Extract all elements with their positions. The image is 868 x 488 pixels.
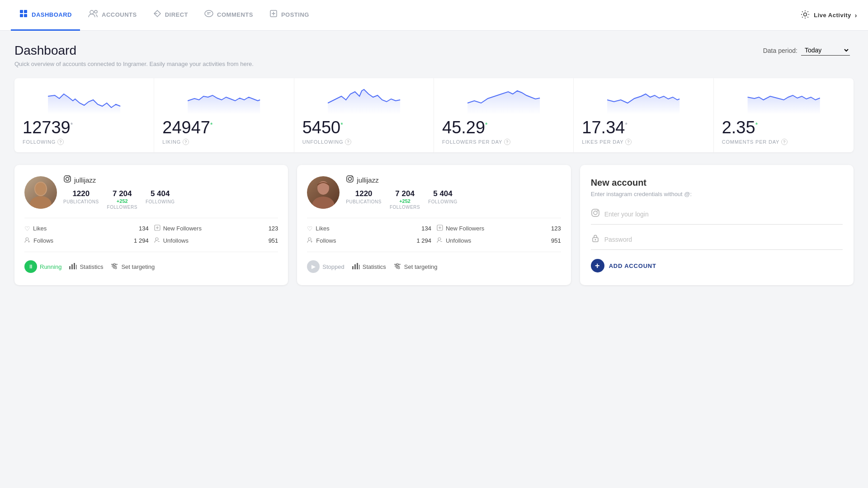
new-account-title: New account [591,178,843,188]
svg-point-25 [26,238,28,240]
svg-point-57 [398,267,400,269]
stat-likes-per-day: 17.34* Likes per Day ? [574,78,713,152]
main-content: Dashboard Quick overview of accounts con… [0,31,868,298]
comments-per-day-help[interactable]: ? [781,139,788,145]
svg-rect-51 [359,265,360,269]
unfollowing-help[interactable]: ? [345,139,351,145]
avatar-0 [24,176,57,209]
svg-rect-28 [71,264,73,269]
card-actions-divider-0 [24,252,278,252]
svg-rect-39 [307,176,340,209]
add-circle-icon: + [591,259,604,272]
nav-direct[interactable]: Direct [145,0,196,31]
follows-metric-1: Follows 1 294 [307,237,431,244]
svg-rect-50 [357,263,358,269]
statistics-btn-0[interactable]: Statistics [69,261,103,273]
svg-point-21 [69,177,70,178]
followers-stat-0: 7 204 +252 Followers [107,189,137,210]
svg-rect-27 [69,266,71,269]
accounts-row: jullijazz 1220 Publications 7 204 +252 F… [14,165,854,285]
follows-icon-0 [24,237,31,244]
unfollowing-value: 5450* [302,119,343,136]
following-stat-0: 5 404 Following [146,189,175,210]
nav-dashboard[interactable]: Dashboard [11,0,80,31]
avatar-1 [307,176,340,209]
svg-rect-49 [354,264,356,269]
svg-point-42 [352,177,353,178]
publications-stat-0: 1220 Publications [63,189,99,210]
stat-followers-per-day: 45.29* Followers per Day ? [434,78,574,152]
username-row-1: jullijazz [346,175,561,185]
account-card-1: jullijazz 1220 Publications 7 204 +252 F… [297,165,571,285]
nav-direct-label: Direct [165,11,188,18]
svg-rect-3 [24,14,27,17]
new-followers-icon-1 [437,225,443,232]
new-followers-metric-0: New Followers 123 [154,225,278,232]
svg-point-35 [112,265,114,267]
set-targeting-btn-0[interactable]: Set targeting [110,261,155,273]
page-subtitle: Quick overview of accounts connected to … [14,61,254,67]
account-stats-0: 1220 Publications 7 204 +252 Followers 5… [63,189,278,210]
comments-icon [204,9,213,20]
account-header-0: jullijazz 1220 Publications 7 204 +252 F… [24,175,278,210]
svg-point-41 [349,178,352,181]
data-period-select[interactable]: Today Yesterday Last 7 days Last 30 days [801,45,850,56]
password-input[interactable] [604,236,843,243]
nav-posting[interactable]: Posting [261,0,317,31]
svg-point-55 [396,263,398,265]
following-help[interactable]: ? [57,139,64,145]
followers-per-day-help[interactable]: ? [504,139,510,145]
login-input[interactable] [604,211,843,218]
account-stats-1: 1220 Publications 7 204 +252 Followers 5… [346,189,561,210]
stats-chart-icon-1 [352,263,360,271]
play-icon-1: ▶ [307,260,320,273]
data-period-selector[interactable]: Data period: Today Yesterday Last 7 days… [763,45,854,56]
new-followers-icon-0 [154,225,160,232]
follows-metric-0: Follows 1 294 [24,237,149,244]
account-username-1: jullijazz [357,176,378,184]
live-activity-label: Live Activity [814,12,851,19]
unfollows-metric-0: Unfollows 951 [154,237,278,244]
svg-point-59 [594,211,597,215]
targeting-icon-0 [110,263,118,271]
live-activity-btn[interactable]: Live Activity › [800,9,857,21]
followers-stat-1: 7 204 +252 Followers [390,189,420,210]
nav-dashboard-label: Dashboard [32,11,72,18]
likes-metric-0: ♡ Likes 134 [24,225,149,232]
gear-icon [800,9,810,21]
follows-icon-1 [307,237,313,244]
liking-label: Liking ? [162,139,189,145]
svg-point-20 [66,178,69,181]
statistics-btn-1[interactable]: Statistics [352,261,386,273]
svg-point-36 [115,267,117,269]
stats-chart-icon-0 [69,263,77,271]
likes-per-day-help[interactable]: ? [625,139,632,145]
heart-icon-0: ♡ [24,225,30,232]
liking-chart [162,87,285,114]
nav-comments[interactable]: Comments [196,0,261,31]
publications-stat-1: 1220 Publications [346,189,382,210]
account-info-0: jullijazz 1220 Publications 7 204 +252 F… [63,175,278,210]
svg-point-14 [804,13,807,16]
add-account-button[interactable]: + ADD ACCOUNT [591,259,656,272]
stat-comments-per-day: 2.35* Comments per Day ? [714,78,854,152]
svg-rect-48 [352,266,354,269]
svg-point-56 [395,265,397,267]
following-label: Following ? [23,139,64,145]
page-title: Dashboard [14,43,254,58]
main-nav: Dashboard Accounts Direct [0,0,868,31]
stopped-btn-1[interactable]: ▶ Stopped [307,258,344,275]
posting-icon [269,9,278,20]
page-header: Dashboard Quick overview of accounts con… [14,43,854,67]
instagram-icon-1 [346,175,354,185]
running-btn-0[interactable]: ⏸ Running [24,258,61,275]
stat-following: 12739* Following ? [14,78,154,152]
new-followers-metric-1: New Followers 123 [437,225,561,232]
targeting-icon-1 [393,263,401,271]
following-chart [23,87,146,114]
likes-metric-1: ♡ Likes 134 [307,225,431,232]
nav-accounts[interactable]: Accounts [80,0,145,31]
set-targeting-btn-1[interactable]: Set targeting [393,261,438,273]
likes-per-day-label: Likes per Day ? [582,139,632,145]
liking-help[interactable]: ? [183,139,189,145]
